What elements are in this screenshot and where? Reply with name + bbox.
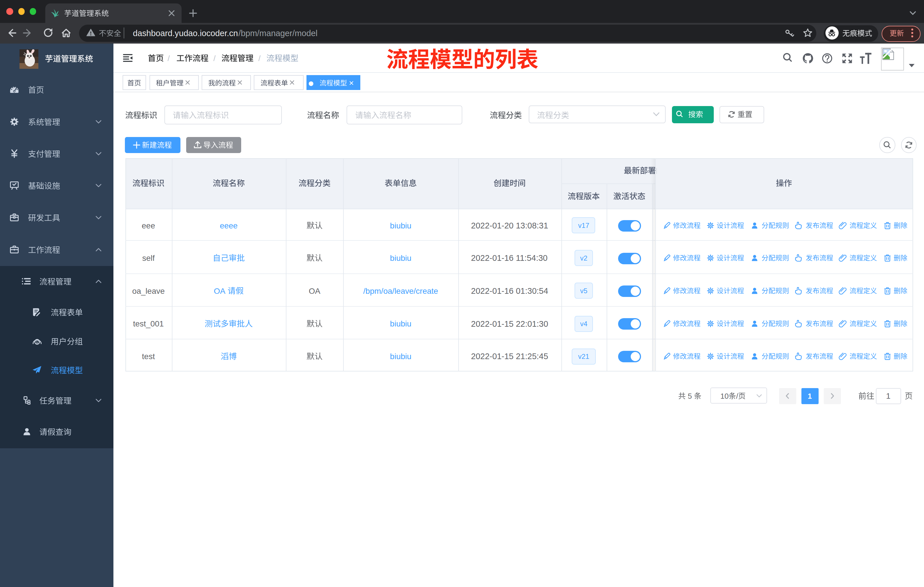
svg-text:oa_leave: oa_leave xyxy=(132,287,165,296)
svg-text:5: 5 xyxy=(688,392,694,400)
svg-text:biubiu: biubiu xyxy=(390,352,412,361)
svg-text:dashboard.yudao.iocoder.cn: dashboard.yudao.iocoder.cn xyxy=(133,29,238,38)
svg-text:biubiu: biubiu xyxy=(390,319,412,328)
svg-text:test_001: test_001 xyxy=(133,319,163,328)
svg-text:/: / xyxy=(736,392,738,400)
svg-text:self: self xyxy=(142,254,155,263)
svg-text:/bpm/oa/leave/create: /bpm/oa/leave/create xyxy=(363,287,438,296)
svg-text:1: 1 xyxy=(886,392,891,400)
svg-text:10: 10 xyxy=(720,392,729,400)
svg-text:OA: OA xyxy=(309,287,320,296)
svg-text:v4: v4 xyxy=(580,320,587,327)
svg-text:2022-01-15 21:25:45: 2022-01-15 21:25:45 xyxy=(471,352,548,361)
svg-text:/: / xyxy=(213,54,216,63)
svg-text:/: / xyxy=(258,54,261,63)
svg-text:eee: eee xyxy=(142,221,155,230)
svg-text:/bpm/manager/model: /bpm/manager/model xyxy=(239,29,318,38)
svg-text:v2: v2 xyxy=(580,254,587,262)
svg-text:eeee: eeee xyxy=(220,221,238,230)
svg-text:/: / xyxy=(168,54,170,63)
svg-text:2022-01-16 11:54:30: 2022-01-16 11:54:30 xyxy=(471,253,548,263)
svg-text:v5: v5 xyxy=(580,287,587,294)
svg-text:test: test xyxy=(142,352,155,361)
svg-text:biubiu: biubiu xyxy=(390,221,412,230)
svg-text:v17: v17 xyxy=(578,222,589,229)
svg-text:2022-01-15 22:01:30: 2022-01-15 22:01:30 xyxy=(471,319,548,329)
svg-text:2022-01-16 01:30:54: 2022-01-16 01:30:54 xyxy=(471,286,548,296)
svg-text:v21: v21 xyxy=(578,352,589,360)
svg-text:2022-01-20 13:08:31: 2022-01-20 13:08:31 xyxy=(471,221,548,230)
svg-text:OA: OA xyxy=(214,287,227,296)
svg-text:biubiu: biubiu xyxy=(390,254,412,263)
svg-text:1: 1 xyxy=(808,392,812,400)
